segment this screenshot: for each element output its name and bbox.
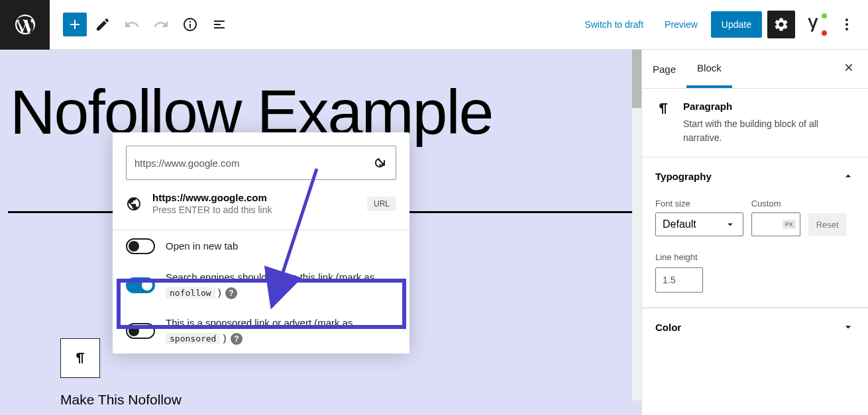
- reset-font-size-button[interactable]: Reset: [808, 213, 847, 236]
- info-button[interactable]: [177, 11, 203, 38]
- toggle-nofollow-label: Search engines should ignore this link (…: [166, 270, 396, 300]
- undo-button[interactable]: [119, 11, 145, 38]
- line-height-input[interactable]: 1.5: [655, 267, 703, 293]
- settings-button[interactable]: [767, 11, 795, 38]
- toggle-nofollow-row: Search engines should ignore this link (…: [113, 262, 409, 308]
- tab-block[interactable]: Block: [686, 50, 732, 88]
- help-icon[interactable]: ?: [231, 333, 243, 345]
- chevron-down-icon: [841, 320, 855, 334]
- add-block-button[interactable]: [63, 13, 87, 36]
- scrollbar-thumb[interactable]: [632, 50, 641, 108]
- tab-page[interactable]: Page: [642, 52, 686, 87]
- toggle-sponsored-label: This is a sponsored link or advert (mark…: [166, 316, 396, 346]
- typography-panel: Typography Font size Default Custom: [642, 157, 868, 308]
- svg-point-0: [845, 19, 848, 21]
- switch-to-draft-button[interactable]: Switch to draft: [576, 14, 651, 35]
- wordpress-logo[interactable]: [0, 0, 50, 50]
- toggle-open-new-tab[interactable]: [126, 238, 155, 254]
- redo-button[interactable]: [148, 11, 174, 38]
- link-suggestion-title: https://www.google.com: [152, 192, 356, 203]
- link-popover: https://www.google.com Press ENTER to ad…: [113, 132, 409, 353]
- toggle-open-new-tab-row: Open in new tab: [113, 230, 409, 262]
- block-info-title: Paragraph: [683, 101, 855, 112]
- toggle-open-new-tab-label: Open in new tab: [166, 239, 238, 254]
- chevron-down-icon: [724, 218, 736, 230]
- globe-icon: [126, 196, 142, 212]
- editor-canvas[interactable]: Nofollow Example Make This Nofollow htt: [0, 50, 641, 415]
- edit-mode-button[interactable]: [89, 11, 116, 38]
- settings-sidebar: Page Block Paragraph Start with the buil…: [641, 50, 868, 415]
- more-options-button[interactable]: [834, 11, 860, 38]
- help-icon[interactable]: ?: [225, 287, 237, 299]
- line-height-label: Line height: [655, 252, 855, 262]
- yoast-seo-button[interactable]: [800, 11, 828, 38]
- chevron-up-icon: [841, 169, 855, 183]
- svg-point-2: [845, 28, 848, 30]
- color-panel-header[interactable]: Color: [642, 308, 868, 346]
- close-sidebar-button[interactable]: [830, 50, 868, 88]
- scrollbar-track: [632, 50, 641, 400]
- paragraph-block-text[interactable]: Make This Nofollow: [60, 392, 182, 408]
- submit-link-icon[interactable]: [372, 155, 388, 171]
- toggle-sponsored[interactable]: [126, 323, 155, 339]
- font-size-select[interactable]: Default: [655, 212, 743, 236]
- link-url-input[interactable]: [135, 158, 372, 169]
- block-type-paragraph-button[interactable]: [61, 339, 99, 377]
- editor-toolbar: Switch to draft Preview Update: [0, 0, 868, 50]
- font-size-label: Font size: [655, 199, 743, 208]
- custom-size-input[interactable]: PX: [751, 212, 800, 236]
- url-badge: URL: [367, 197, 396, 211]
- preview-button[interactable]: Preview: [657, 14, 706, 35]
- block-info-desc: Start with the building block of all nar…: [683, 117, 855, 145]
- update-button[interactable]: Update: [711, 11, 762, 38]
- link-suggestion-sub: Press ENTER to add this link: [152, 205, 356, 215]
- link-suggestion-row[interactable]: https://www.google.com Press ENTER to ad…: [113, 180, 409, 230]
- link-url-input-wrap: [126, 146, 396, 180]
- list-view-button[interactable]: [206, 11, 233, 38]
- svg-point-1: [845, 23, 848, 26]
- custom-size-label: Custom: [751, 199, 800, 208]
- toggle-nofollow[interactable]: [126, 277, 155, 293]
- block-toolbar: [60, 338, 100, 378]
- typography-panel-header[interactable]: Typography: [642, 158, 868, 195]
- paragraph-icon: [655, 101, 671, 116]
- block-info: Paragraph Start with the building block …: [642, 89, 868, 157]
- toggle-sponsored-row: This is a sponsored link or advert (mark…: [113, 308, 409, 353]
